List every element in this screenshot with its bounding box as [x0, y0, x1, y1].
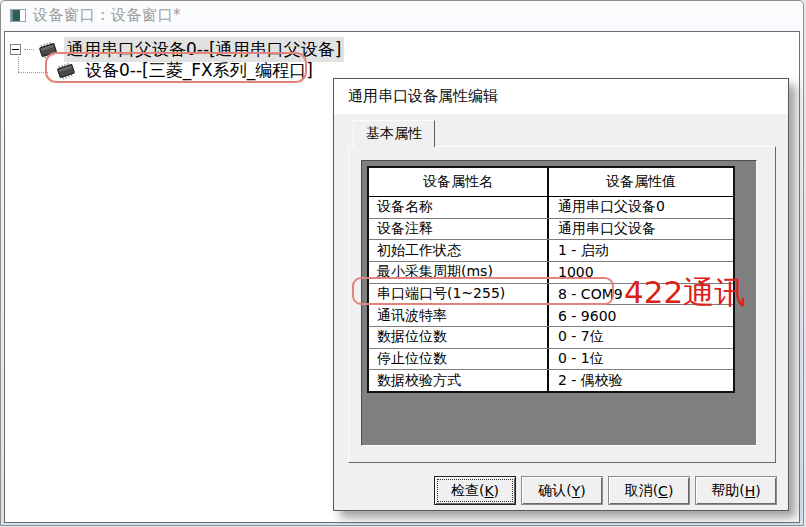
confirm-button[interactable]: 确认(Y)	[521, 476, 603, 505]
cell-value[interactable]: 0 - 1位	[549, 349, 733, 370]
cell-value[interactable]: 6 - 9600	[549, 305, 733, 326]
cancel-button[interactable]: 取消(C)	[608, 476, 690, 505]
cell-name: 设备注释	[369, 219, 549, 240]
cell-name: 最小采集周期(ms)	[369, 262, 549, 283]
chip-icon	[54, 62, 78, 80]
tree-item-parent-device[interactable]: 通用串口父设备0--[通用串口父设备]	[10, 39, 344, 60]
chip-icon	[36, 41, 60, 59]
table-header-row: 设备属性名 设备属性值	[369, 168, 733, 197]
cell-name: 数据校验方式	[369, 370, 549, 391]
cell-value[interactable]: 8 - COM9	[549, 284, 733, 305]
cell-value[interactable]: 通用串口父设备	[549, 219, 733, 240]
tree-item-label[interactable]: 设备0--[三菱_FX系列_编程口]	[82, 58, 316, 83]
header-attribute-value: 设备属性值	[549, 168, 733, 196]
property-table: 设备属性名 设备属性值 设备名称 通用串口父设备0 设备注释 通用串口父设备 初…	[367, 166, 735, 393]
table-row: 数据校验方式 2 - 偶校验	[369, 369, 733, 391]
property-panel: 设备属性名 设备属性值 设备名称 通用串口父设备0 设备注释 通用串口父设备 初…	[361, 160, 757, 446]
cell-name: 设备名称	[369, 197, 549, 218]
cell-value[interactable]: 2 - 偶校验	[549, 370, 733, 391]
window-titlebar: 设备窗口 : 设备窗口*	[1, 1, 803, 30]
collapse-minus-icon[interactable]	[10, 44, 21, 55]
tab-basic-properties[interactable]: 基本属性	[353, 120, 435, 147]
table-row-serial-port: 串口端口号(1~255) 8 - COM9	[369, 283, 733, 305]
window-icon	[10, 9, 26, 22]
table-row: 设备名称 通用串口父设备0	[369, 197, 733, 218]
tree-item-child-device[interactable]: 设备0--[三菱_FX系列_编程口]	[10, 60, 316, 81]
cell-value[interactable]: 通用串口父设备0	[549, 197, 733, 218]
cell-name: 停止位位数	[369, 349, 549, 370]
cell-name: 通讯波特率	[369, 305, 549, 326]
cell-value[interactable]: 1 - 启动	[549, 240, 733, 261]
table-row: 停止位位数 0 - 1位	[369, 348, 733, 370]
check-button[interactable]: 检查(K)	[434, 476, 516, 505]
cell-name: 初始工作状态	[369, 240, 549, 261]
dialog-title: 通用串口设备属性编辑	[348, 87, 498, 106]
table-row: 数据位位数 0 - 7位	[369, 326, 733, 348]
cell-value[interactable]: 1000	[549, 262, 733, 283]
cell-name: 数据位位数	[369, 327, 549, 348]
cell-name: 串口端口号(1~255)	[369, 284, 549, 305]
help-button[interactable]: 帮助(H)	[695, 476, 777, 505]
table-row: 设备注释 通用串口父设备	[369, 218, 733, 240]
dialog-titlebar: 通用串口设备属性编辑	[334, 79, 788, 114]
table-row: 初始工作状态 1 - 启动	[369, 239, 733, 261]
cell-value[interactable]: 0 - 7位	[549, 327, 733, 348]
window-title: 设备窗口 : 设备窗口*	[33, 6, 181, 25]
tree-connector	[24, 49, 34, 50]
header-attribute-name: 设备属性名	[369, 168, 549, 196]
table-row: 最小采集周期(ms) 1000	[369, 261, 733, 283]
tab-label: 基本属性	[366, 125, 422, 143]
serial-device-properties-dialog: 通用串口设备属性编辑 基本属性 设备属性名 设备属性值 设备名称 通用串口父设备…	[333, 78, 789, 511]
table-body: 设备名称 通用串口父设备0 设备注释 通用串口父设备 初始工作状态 1 - 启动…	[369, 197, 733, 391]
table-row: 通讯波特率 6 - 9600	[369, 304, 733, 326]
dialog-button-row: 检查(K) 确认(Y) 取消(C) 帮助(H)	[334, 476, 788, 505]
